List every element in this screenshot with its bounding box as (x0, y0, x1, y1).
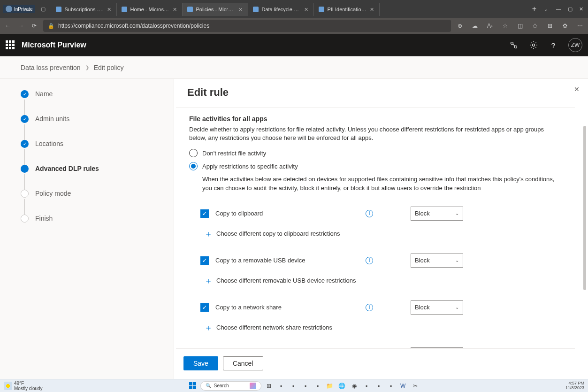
wizard-steps: ✓Name✓Admin units✓LocationsAdvanced DLP … (0, 79, 174, 379)
nav-back-button[interactable]: ← (4, 22, 12, 30)
scrollbar-thumb[interactable] (583, 126, 586, 290)
sublink-label: Choose different copy to clipboard restr… (216, 230, 340, 237)
inprivate-badge: InPrivate (3, 5, 35, 13)
taskbar-app-3[interactable]: ▪ (301, 381, 310, 391)
activity-action-dropdown[interactable]: Block⌄ (411, 300, 463, 315)
radio-icon[interactable] (189, 162, 198, 170)
activity-sublink[interactable]: ＋Choose different removable USB device r… (204, 275, 561, 286)
activity-checkbox[interactable]: ✓ (200, 303, 209, 312)
activity-row: ✓PrintiBlock⌄ (200, 342, 561, 349)
radio-apply-restrictions[interactable]: Apply restrictions to specific activity (189, 162, 561, 170)
taskbar-chrome[interactable]: ◉ (350, 381, 359, 391)
activity-action-dropdown[interactable]: Block⌄ (411, 207, 463, 221)
tab-close-button[interactable]: ✕ (370, 7, 374, 12)
wizard-step[interactable]: ✓Locations (21, 140, 174, 165)
tab-close-button[interactable]: ✕ (173, 7, 177, 12)
workspaces-icon[interactable]: ▢ (39, 5, 47, 13)
taskbar-edge[interactable]: 🌐 (337, 381, 347, 391)
taskview-icon[interactable]: ⊞ (264, 381, 274, 391)
user-avatar[interactable]: ZW (568, 38, 582, 52)
app-launcher-button[interactable] (6, 40, 15, 50)
chevron-down-icon: ⌄ (455, 305, 459, 310)
split-icon[interactable]: ◫ (516, 22, 524, 30)
taskbar-app-4[interactable]: ▪ (313, 381, 322, 391)
tab-close-button[interactable]: ✕ (238, 7, 243, 12)
settings-gear-icon[interactable] (529, 40, 538, 50)
info-icon[interactable]: i (366, 257, 373, 264)
address-field[interactable]: 🔒 https://compliance.microsoft.com/datal… (43, 20, 451, 32)
weather-icon (4, 382, 12, 390)
browser-tab[interactable]: Home - Microsoft Purview✕ (117, 3, 183, 16)
weather-temp: 49°F (14, 381, 43, 386)
collections-icon[interactable]: ⊞ (546, 22, 554, 30)
help-icon[interactable]: ? (549, 40, 558, 50)
readaloud-icon[interactable]: A» (486, 22, 494, 30)
tab-favicon-icon (253, 7, 259, 12)
taskbar-app-5[interactable]: ▪ (362, 381, 371, 391)
favorites-bar-icon[interactable]: ✩ (531, 22, 539, 30)
wizard-step[interactable]: Advanced DLP rules (21, 165, 174, 190)
start-button[interactable] (188, 381, 198, 391)
activity-checkbox[interactable]: ✓ (200, 209, 209, 218)
windows-taskbar: 49°F Mostly cloudy 🔍 Search ⊞ ▪ ▪ ▪ ▪ 📁 … (0, 379, 588, 392)
tab-chevron-icon[interactable]: ⌄ (540, 7, 551, 12)
cancel-button[interactable]: Cancel (223, 356, 263, 370)
taskbar-teams[interactable]: ▪ (374, 381, 383, 391)
taskbar-search[interactable]: 🔍 Search (200, 381, 261, 391)
window-close-button[interactable]: ✕ (579, 6, 583, 12)
nav-refresh-button[interactable]: ⟳ (30, 22, 38, 30)
tab-label: Policies - Microsoft Purview (196, 7, 236, 12)
step-indicator-icon (21, 215, 29, 223)
tab-close-button[interactable]: ✕ (304, 7, 309, 12)
save-button[interactable]: Save (183, 356, 218, 370)
browser-tab[interactable]: Data lifecycle management - Mi✕ (248, 3, 314, 16)
clock-date: 11/8/2023 (565, 386, 584, 391)
info-icon[interactable]: i (366, 304, 373, 311)
inprivate-label: InPrivate (14, 7, 32, 12)
browser-address-bar: ← → ⟳ 🔒 https://compliance.microsoft.com… (0, 18, 588, 34)
radio-icon[interactable] (189, 149, 198, 157)
taskbar-clock[interactable]: 4:57 PM 11/8/2023 (565, 381, 584, 391)
taskbar-word[interactable]: W (398, 381, 408, 391)
panel-close-button[interactable]: ✕ (574, 85, 580, 93)
taskbar-weather[interactable]: 49°F Mostly cloudy (4, 381, 43, 391)
extensions-icon[interactable]: ✿ (561, 22, 569, 30)
diagnostics-icon[interactable] (509, 40, 519, 50)
wizard-step[interactable]: Policy mode (21, 190, 174, 215)
sublink-label: Choose different removable USB device re… (216, 277, 356, 284)
step-indicator-icon (21, 165, 29, 173)
shopping-icon[interactable]: ☁ (471, 22, 479, 30)
activity-sublink[interactable]: ＋Choose different copy to clipboard rest… (204, 228, 561, 239)
favorite-icon[interactable]: ☆ (501, 22, 509, 30)
radio-label: Don't restrict file activity (202, 150, 266, 157)
activity-action-dropdown[interactable]: Block⌄ (411, 254, 463, 268)
wizard-step[interactable]: Finish (21, 215, 174, 239)
taskbar-snip[interactable]: ✂ (411, 381, 420, 391)
radio-dont-restrict[interactable]: Don't restrict file activity (189, 149, 561, 157)
more-icon[interactable]: ⋯ (576, 22, 584, 30)
browser-tab[interactable]: PII Identification and Minimizati✕ (314, 3, 380, 16)
zoom-icon[interactable]: ⊕ (456, 22, 464, 30)
tab-label: Subscriptions - Microsoft 365 ad (64, 7, 104, 12)
taskbar-app-1[interactable]: ▪ (276, 381, 286, 391)
activity-checkbox[interactable]: ✓ (200, 256, 209, 265)
taskbar-app-2[interactable]: ▪ (289, 381, 298, 391)
breadcrumb-root[interactable]: Data loss prevention (21, 64, 81, 71)
taskbar-app-6[interactable]: ▪ (386, 381, 396, 391)
wizard-step[interactable]: ✓Name (21, 90, 174, 115)
taskbar-explorer[interactable]: 📁 (325, 381, 335, 391)
panel-title: Edit rule (187, 86, 575, 103)
info-icon[interactable]: i (366, 210, 373, 217)
browser-tab[interactable]: Subscriptions - Microsoft 365 ad✕ (51, 3, 117, 16)
window-minimize-button[interactable]: ― (556, 6, 561, 12)
wizard-step[interactable]: ✓Admin units (21, 115, 174, 140)
activity-row: ✓Copy to clipboardiBlock⌄ (200, 201, 561, 226)
step-indicator-icon: ✓ (21, 140, 29, 148)
window-maximize-button[interactable]: ▢ (568, 6, 573, 12)
tab-close-button[interactable]: ✕ (107, 7, 112, 12)
browser-tab[interactable]: Policies - Microsoft Purview✕ (183, 3, 248, 16)
activity-sublink[interactable]: ＋Choose different network share restrict… (204, 322, 561, 333)
restrictions-subtext: When the activities below are detected o… (202, 175, 561, 192)
plus-icon: ＋ (204, 322, 212, 333)
new-tab-button[interactable]: + (528, 5, 540, 13)
